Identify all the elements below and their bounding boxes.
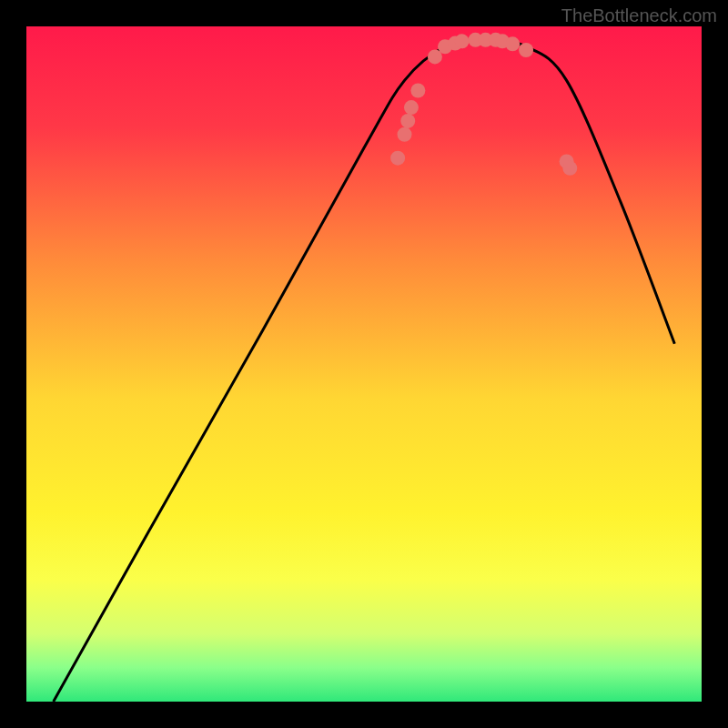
bottleneck-chart bbox=[26, 26, 702, 702]
data-dot bbox=[455, 34, 470, 48]
data-dot bbox=[390, 151, 405, 166]
data-dot bbox=[400, 114, 415, 128]
chart-frame bbox=[26, 26, 702, 702]
data-dot bbox=[410, 83, 425, 97]
data-dot bbox=[505, 36, 520, 51]
data-dot bbox=[519, 43, 533, 57]
data-dot bbox=[398, 127, 412, 142]
data-dot bbox=[404, 100, 419, 115]
watermark-text: TheBottleneck.com bbox=[561, 5, 717, 26]
data-dot bbox=[562, 161, 577, 176]
gradient-background bbox=[26, 26, 702, 702]
